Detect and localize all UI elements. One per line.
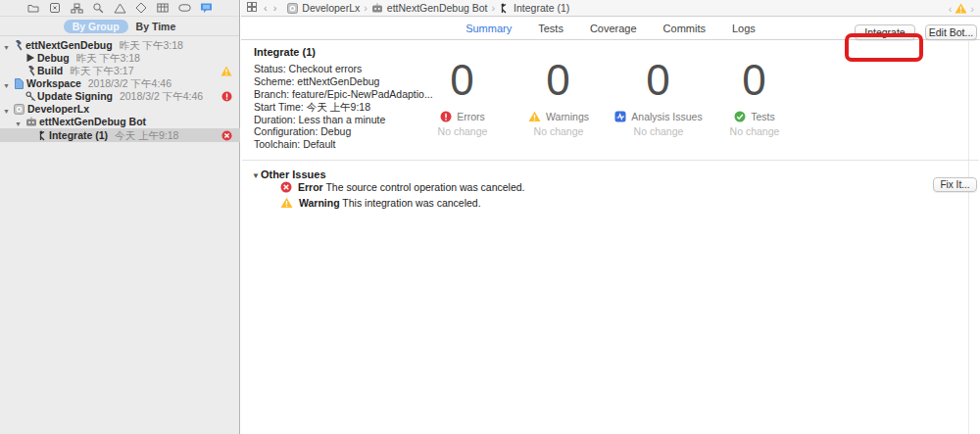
breadcrumb-integrate[interactable]: Integrate (1) <box>499 2 569 14</box>
tests-check-icon <box>734 111 746 122</box>
other-issues-header[interactable]: ▼Other Issues <box>252 169 326 180</box>
error-canceled-icon <box>280 181 292 193</box>
integrate-icon <box>37 130 48 144</box>
issue-navigator-icon[interactable] <box>114 2 126 15</box>
section-divider <box>242 160 979 161</box>
report-navigator-icon[interactable] <box>200 2 213 15</box>
forward-chevron-icon[interactable]: › <box>270 2 280 14</box>
breadcrumb-separator: › <box>488 2 500 14</box>
tab-commits[interactable]: Commits <box>663 23 706 34</box>
editor-area: ‹ › DeveloperLx › ettNextGenDebug Bot › … <box>241 0 980 434</box>
report-tab-bar: Summary Tests Coverage Commits Logs Inte… <box>241 17 980 40</box>
tab-coverage[interactable]: Coverage <box>590 23 637 34</box>
integrate-button[interactable]: Integrate <box>855 24 915 40</box>
sidebar-item-update-signing[interactable]: Update Signing 2018/3/2 下午4:46 <box>0 90 240 103</box>
symbol-navigator-icon[interactable] <box>71 2 83 15</box>
error-circle-icon <box>440 111 452 122</box>
sidebar-item-integrate-1[interactable]: Integrate (1) 今天 上午9:18 <box>0 128 240 142</box>
navigator-toolbar <box>0 0 239 17</box>
breadcrumb-separator: › <box>360 2 371 14</box>
info-toolchain: Toolchain: Default <box>254 138 433 151</box>
edit-bot-button[interactable]: Edit Bot... <box>925 24 977 40</box>
integrate-icon <box>499 3 510 14</box>
xcode-window: By Group By Time ▼ ettNextGenDebug 昨天 下午… <box>0 0 980 434</box>
stat-tests: 0 Tests No change <box>691 57 818 137</box>
log-filter-bar: By Group By Time <box>0 17 239 36</box>
navigator-sidebar: By Group By Time ▼ ettNextGenDebug 昨天 下午… <box>0 0 240 434</box>
tab-logs[interactable]: Logs <box>732 23 756 34</box>
related-items-icon[interactable] <box>241 2 261 14</box>
issue-stepper: ‹ › <box>949 0 974 17</box>
filter-by-time[interactable]: By Time <box>136 21 176 32</box>
analysis-issues-icon <box>614 111 626 122</box>
issue-row-error[interactable]: Error The source control operation was c… <box>280 181 525 193</box>
breakpoint-navigator-icon[interactable] <box>178 2 191 15</box>
project-navigator-icon[interactable] <box>27 2 40 15</box>
breadcrumb-bot[interactable]: ettNextGenDebug Bot <box>371 2 488 14</box>
tab-summary[interactable]: Summary <box>466 23 512 34</box>
sidebar-item-developerlx[interactable]: ▼ DeveloperLx <box>0 103 240 116</box>
disclosure-triangle-icon[interactable]: ▼ <box>252 171 260 180</box>
tests-count: 0 <box>691 57 818 104</box>
back-chevron-icon[interactable]: ‹ <box>261 2 270 14</box>
canceled-badge-icon <box>221 130 232 144</box>
breadcrumb-developerlx[interactable]: DeveloperLx <box>287 2 360 14</box>
find-navigator-icon[interactable] <box>92 2 105 15</box>
jump-bar: ‹ › DeveloperLx › ettNextGenDebug Bot › … <box>241 0 980 17</box>
integration-title: Integrate (1) <box>254 46 316 58</box>
repository-icon <box>287 3 298 14</box>
sidebar-item-workspace[interactable]: ▼ Workspace 2018/3/2 下午4:46 <box>0 77 240 90</box>
filter-by-group[interactable]: By Group <box>64 20 128 33</box>
previous-issue-chevron-icon[interactable]: ‹ <box>949 3 953 15</box>
issue-row-warning[interactable]: Warning This integration was canceled. <box>280 197 481 209</box>
content-right-divider <box>968 41 969 434</box>
warning-triangle-icon[interactable] <box>955 3 967 14</box>
fix-it-button[interactable]: Fix It... <box>933 177 977 192</box>
warning-triangle-icon <box>528 111 541 122</box>
warning-triangle-icon <box>280 197 293 209</box>
tab-tests[interactable]: Tests <box>538 23 564 34</box>
sidebar-item-debug[interactable]: Debug 昨天 下午3:18 <box>0 52 240 65</box>
test-navigator-icon[interactable] <box>135 2 148 15</box>
sidebar-item-build[interactable]: Build 昨天 下午3:17 <box>0 65 240 77</box>
next-issue-chevron-icon[interactable]: › <box>970 3 974 15</box>
sidebar-item-ettnextgendebug-bot[interactable]: ▼ ettNextGenDebug Bot <box>0 116 240 128</box>
tests-change: No change <box>691 125 818 137</box>
source-control-navigator-icon[interactable] <box>49 2 62 15</box>
debug-navigator-icon[interactable] <box>157 2 170 15</box>
sidebar-item-ettnextgendebug-log[interactable]: ▼ ettNextGenDebug 昨天 下午3:18 <box>0 39 240 52</box>
bot-icon <box>371 3 383 14</box>
